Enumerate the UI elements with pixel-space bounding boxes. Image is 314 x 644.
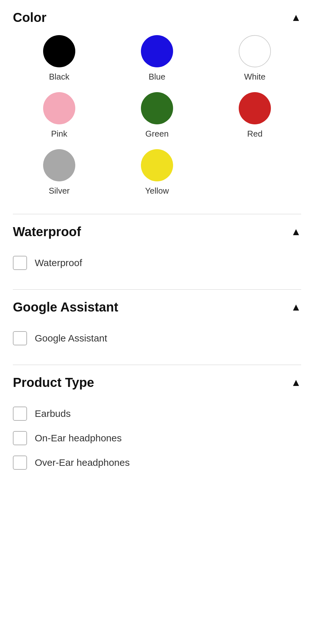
checkbox-on-ear[interactable]	[13, 431, 27, 445]
waterproof-section-header[interactable]: Waterproof ▲	[13, 225, 301, 239]
checkbox-label-on-ear: On-Ear headphones	[35, 433, 122, 444]
checkbox-item-waterproof[interactable]: Waterproof	[13, 252, 301, 274]
color-item-white[interactable]: White	[208, 35, 301, 82]
color-label-black: Black	[49, 72, 69, 82]
color-section-header[interactable]: Color ▲	[13, 10, 301, 25]
checkbox-waterproof[interactable]	[13, 256, 27, 270]
google-assistant-chevron-icon[interactable]: ▲	[291, 301, 301, 313]
checkbox-item-google-assistant[interactable]: Google Assistant	[13, 327, 301, 349]
product-type-section-title: Product Type	[13, 375, 94, 390]
color-label-blue: Blue	[149, 72, 165, 82]
product-type-section: Product Type ▲ EarbudsOn-Ear headphonesO…	[0, 365, 314, 489]
color-grid: BlackBlueWhitePinkGreenRedSilverYellow	[13, 35, 301, 206]
color-item-blue[interactable]: Blue	[111, 35, 203, 82]
color-item-pink[interactable]: Pink	[13, 92, 106, 139]
color-section-title: Color	[13, 10, 46, 25]
product-type-checkbox-list: EarbudsOn-Ear headphonesOver-Ear headpho…	[13, 400, 301, 481]
color-label-silver: Silver	[49, 186, 69, 196]
checkbox-label-waterproof: Waterproof	[35, 257, 82, 268]
google-assistant-section: Google Assistant ▲ Google Assistant	[0, 290, 314, 365]
checkbox-item-on-ear[interactable]: On-Ear headphones	[13, 427, 301, 449]
checkbox-label-google-assistant: Google Assistant	[35, 333, 107, 344]
color-label-yellow: Yellow	[145, 186, 169, 196]
color-swatch-yellow	[141, 149, 173, 181]
google-assistant-section-header[interactable]: Google Assistant ▲	[13, 300, 301, 314]
color-swatch-silver	[43, 149, 75, 181]
product-type-chevron-icon[interactable]: ▲	[291, 377, 301, 389]
color-item-red[interactable]: Red	[208, 92, 301, 139]
color-swatch-pink	[43, 92, 75, 124]
color-swatch-black	[43, 35, 75, 67]
color-label-pink: Pink	[51, 129, 68, 139]
checkbox-label-earbuds: Earbuds	[35, 408, 71, 419]
waterproof-section-title: Waterproof	[13, 225, 81, 239]
checkbox-item-earbuds[interactable]: Earbuds	[13, 403, 301, 425]
color-item-green[interactable]: Green	[111, 92, 203, 139]
color-swatch-white	[239, 35, 271, 67]
color-label-red: Red	[247, 129, 263, 139]
waterproof-section: Waterproof ▲ Waterproof	[0, 214, 314, 289]
waterproof-checkbox-list: Waterproof	[13, 249, 301, 282]
color-item-silver[interactable]: Silver	[13, 149, 106, 196]
color-swatch-blue	[141, 35, 173, 67]
color-section: Color ▲ BlackBlueWhitePinkGreenRedSilver…	[0, 0, 314, 214]
checkbox-item-over-ear[interactable]: Over-Ear headphones	[13, 452, 301, 474]
color-item-black[interactable]: Black	[13, 35, 106, 82]
checkbox-over-ear[interactable]	[13, 456, 27, 470]
google-assistant-section-title: Google Assistant	[13, 300, 118, 314]
checkbox-earbuds[interactable]	[13, 407, 27, 421]
google-assistant-checkbox-list: Google Assistant	[13, 325, 301, 357]
color-label-white: White	[244, 72, 265, 82]
product-type-section-header[interactable]: Product Type ▲	[13, 375, 301, 390]
checkbox-label-over-ear: Over-Ear headphones	[35, 457, 130, 468]
color-swatch-red	[239, 92, 271, 124]
color-label-green: Green	[145, 129, 169, 139]
color-chevron-icon[interactable]: ▲	[291, 12, 301, 24]
checkbox-google-assistant[interactable]	[13, 331, 27, 345]
color-swatch-green	[141, 92, 173, 124]
waterproof-chevron-icon[interactable]: ▲	[291, 226, 301, 238]
color-item-yellow[interactable]: Yellow	[111, 149, 203, 196]
